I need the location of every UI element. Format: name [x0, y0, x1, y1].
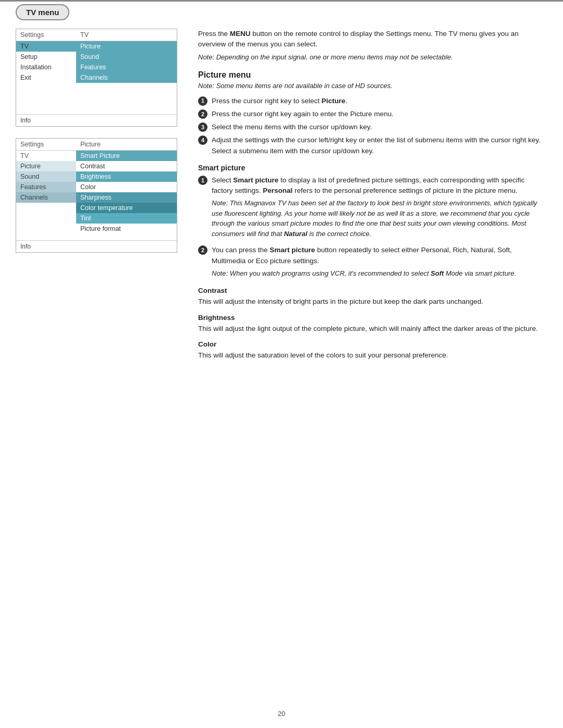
page-number: 20 — [278, 710, 285, 718]
menu2-row-6: Tint — [16, 213, 177, 224]
menu1-info: Info — [16, 114, 177, 126]
menu2-row7-right[interactable]: Picture format — [76, 224, 177, 234]
intro-text: Press the MENU button on the remote cont… — [198, 29, 547, 50]
brightness-desc: This will adjust the light output of the… — [198, 324, 547, 334]
menu1-row2-left[interactable]: Installation — [16, 62, 76, 72]
right-panel: Press the MENU button on the remote cont… — [198, 29, 547, 367]
menu2-row-7: Picture format — [16, 224, 177, 234]
brightness-section: Brightness This will adjust the light ou… — [198, 314, 547, 334]
menu1-row-1: Setup Sound — [16, 52, 177, 62]
menu2-row5-left — [16, 203, 76, 213]
menu2-info: Info — [16, 240, 177, 252]
smart-picture-title: Smart picture — [198, 164, 547, 172]
menu-box-1-header: Settings TV — [16, 29, 177, 41]
menu2-row-0: TV Smart Picture — [16, 151, 177, 161]
menu1-row7-left — [16, 102, 76, 108]
smart-item1-num: 1 — [198, 176, 207, 185]
menu2-row5-right[interactable]: Color temperature — [76, 203, 177, 213]
menu1-row5-right — [76, 89, 177, 95]
step-2: 2 Press the cursor right key again to en… — [198, 109, 547, 119]
picture-menu-steps: 1 Press the cursor right key to select P… — [198, 96, 547, 156]
menu1-row-7 — [16, 102, 177, 108]
tv-menu-tab: TV menu — [16, 4, 69, 20]
menu1-row-2: Installation Features — [16, 62, 177, 72]
menu1-row4-left — [16, 83, 76, 89]
menu2-row1-left[interactable]: Picture — [16, 161, 76, 171]
menu1-row-0: TV Picture — [16, 41, 177, 52]
smart-item1-text: Select Smart picture to display a list o… — [212, 175, 547, 241]
contrast-desc: This will adjust the intensity of bright… — [198, 297, 547, 307]
picture-menu-title: Picture menu — [198, 70, 547, 80]
menu2-row-3: Features Color — [16, 182, 177, 192]
step-4: 4 Adjust the settings with the cursor le… — [198, 135, 547, 156]
step3-num: 3 — [198, 122, 207, 132]
menu2-row4-right[interactable]: Sharpness — [76, 192, 177, 203]
menu2-row8-left — [16, 234, 76, 240]
step2-num: 2 — [198, 109, 207, 119]
menu2-row2-left[interactable]: Sound — [16, 171, 76, 182]
step3-text: Select the menu items with the cursor up… — [212, 122, 372, 132]
menu1-row2-right[interactable]: Features — [76, 62, 177, 72]
step-1: 1 Press the cursor right key to select P… — [198, 96, 547, 106]
menu2-row3-left[interactable]: Features — [16, 182, 76, 192]
smart-picture-section: Smart picture 1 Select Smart picture to … — [198, 164, 547, 281]
menu2-row0-left[interactable]: TV — [16, 151, 76, 161]
menu1-settings-label: Settings — [20, 31, 80, 39]
menu2-row-5: Color temperature — [16, 203, 177, 213]
menu-box-1: Settings TV TV Picture Setup Sound Insta… — [16, 29, 177, 127]
step-3: 3 Select the menu items with the cursor … — [198, 122, 547, 132]
step2-text: Press the cursor right key again to ente… — [212, 109, 394, 119]
menu1-row-3: Exit Channels — [16, 72, 177, 83]
smart-picture-list: 1 Select Smart picture to display a list… — [198, 175, 547, 281]
menu1-row3-left[interactable]: Exit — [16, 72, 76, 83]
smart-item-2: 2 You can press the Smart picture button… — [198, 245, 547, 280]
menu1-row8-right — [76, 108, 177, 114]
left-panel: Settings TV TV Picture Setup Sound Insta… — [16, 29, 177, 264]
menu1-row0-right[interactable]: Picture — [76, 41, 177, 52]
menu2-tv-label: Picture — [80, 141, 101, 148]
menu2-row-2: Sound Brightness — [16, 171, 177, 182]
step4-num: 4 — [198, 135, 207, 145]
menu1-row5-left — [16, 89, 76, 95]
menu2-row6-right[interactable]: Tint — [76, 213, 177, 224]
menu1-row4-right — [76, 83, 177, 89]
menu1-row0-left[interactable]: TV — [16, 41, 76, 52]
menu-box-2: Settings Picture TV Smart Picture Pictur… — [16, 138, 177, 253]
smart-item2-num: 2 — [198, 245, 207, 255]
picture-menu-section: Picture menu Note: Some menu items are n… — [198, 70, 547, 156]
menu2-settings-label: Settings — [20, 141, 80, 148]
menu1-row8-left — [16, 108, 76, 114]
menu1-row7-right — [76, 102, 177, 108]
step1-num: 1 — [198, 96, 207, 106]
menu1-row-6 — [16, 95, 177, 102]
menu1-row1-right[interactable]: Sound — [76, 52, 177, 62]
menu1-row-5 — [16, 89, 177, 95]
step1-text: Press the cursor right key to select Pic… — [212, 96, 347, 106]
menu1-row-8 — [16, 108, 177, 114]
brightness-title: Brightness — [198, 314, 547, 322]
menu2-header: Settings Picture — [16, 139, 177, 151]
menu2-row-1: Picture Contrast — [16, 161, 177, 171]
color-desc: This will adjust the saturation level of… — [198, 350, 547, 361]
menu1-row1-left[interactable]: Setup — [16, 52, 76, 62]
menu1-tv-label: TV — [80, 31, 89, 39]
menu2-row4-left[interactable]: Channels — [16, 192, 76, 203]
intro-note: Note: Depending on the input signal, one… — [198, 53, 547, 61]
contrast-section: Contrast This will adjust the intensity … — [198, 287, 547, 307]
menu2-row7-left — [16, 224, 76, 234]
menu2-row1-right[interactable]: Contrast — [76, 161, 177, 171]
menu2-row8-right — [76, 234, 177, 240]
top-border — [0, 0, 563, 2]
menu1-row6-right — [76, 95, 177, 102]
menu2-row-4: Channels Sharpness — [16, 192, 177, 203]
menu2-row3-right[interactable]: Color — [76, 182, 177, 192]
menu2-row2-right[interactable]: Brightness — [76, 171, 177, 182]
menu2-row0-right[interactable]: Smart Picture — [76, 151, 177, 161]
picture-menu-note: Note: Some menu items are not available … — [198, 82, 547, 90]
contrast-title: Contrast — [198, 287, 547, 294]
menu2-row6-left — [16, 213, 76, 224]
menu1-row6-left — [16, 95, 76, 102]
menu1-row3-right[interactable]: Channels — [76, 72, 177, 83]
smart-item2-text: You can press the Smart picture button r… — [212, 245, 547, 280]
smart-item-1: 1 Select Smart picture to display a list… — [198, 175, 547, 241]
